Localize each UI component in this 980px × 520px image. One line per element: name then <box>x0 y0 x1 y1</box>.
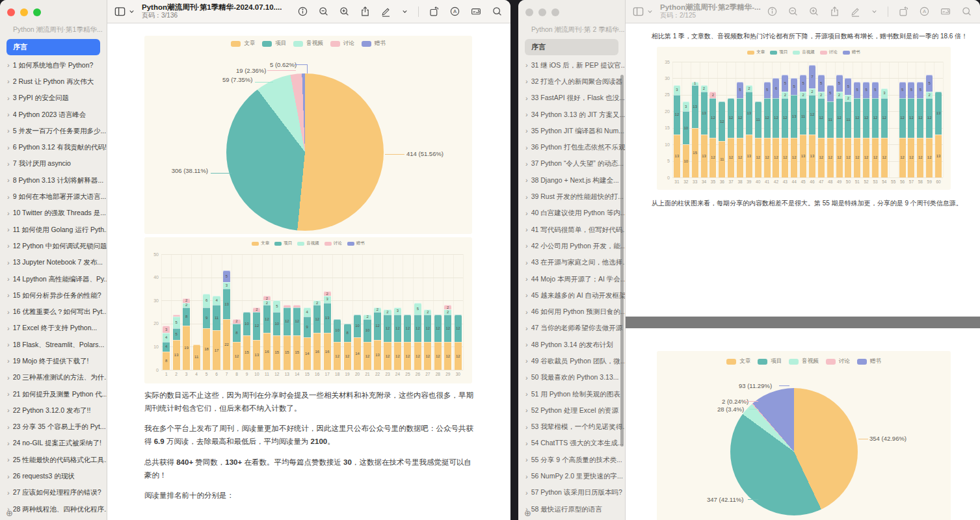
sidebar-item[interactable]: ›22 Python 3.12.0 发布了!! <box>0 402 107 419</box>
sidebar-item[interactable]: ›5 并发一百万个任务要用多少... <box>0 123 107 139</box>
sidebar-item[interactable]: ›26 requests3 的现状 <box>0 468 107 484</box>
sidebar-item[interactable]: ›38 Django + Next.js 构建全... <box>518 172 625 188</box>
sidebar-item[interactable]: ›58 最快运行原型的语言 <box>518 501 625 517</box>
sidebar-item[interactable]: ›21 如何提升及测量 Python 代... <box>0 386 107 402</box>
sidebar-item[interactable]: ›34 Python 3.13 的 JIT 方案又... <box>518 107 625 123</box>
sidebar-item-preface[interactable]: 序言 <box>7 39 100 55</box>
sidebar-item[interactable]: ›20 三种基准测试的方法、为什... <box>0 370 107 386</box>
share-icon[interactable] <box>829 6 840 17</box>
highlight-a-icon[interactable]: A <box>919 6 930 17</box>
bar-segment: 12 <box>908 98 914 138</box>
sidebar-item[interactable]: ›10 Twitter 的强敌 Threads 是... <box>0 205 107 222</box>
sidebar-item[interactable]: ›14 Lpython 高性能编译器、Py... <box>0 271 107 287</box>
rotate-icon[interactable] <box>429 6 440 17</box>
sidebar-options-chevron-icon[interactable] <box>646 8 654 15</box>
zoom-window-button[interactable] <box>551 8 559 16</box>
close-window-button[interactable] <box>525 8 533 16</box>
sidebar-item-preface[interactable]: 序言 <box>525 39 618 55</box>
sidebar-item[interactable]: ›13 Jupyter Notebook 7 发布... <box>0 255 107 271</box>
sidebar-item[interactable]: ›41 写代码很简单，但写好代码... <box>518 222 625 238</box>
zoom-window-button[interactable] <box>33 8 41 16</box>
markup-pencil-icon[interactable] <box>850 6 861 17</box>
signature-icon[interactable] <box>470 6 482 17</box>
sidebar-item[interactable]: ›27 应该如何处理程序的错误? <box>0 485 107 501</box>
sidebar-item[interactable]: ›33 FastAPI 很好，Flask 也没... <box>518 90 625 107</box>
sidebar-scrollbar[interactable] <box>620 75 624 447</box>
sidebar-item[interactable]: ›7 我讨厌用 asyncio <box>0 156 107 172</box>
sidebar-item[interactable]: ›2 Rust 让 Python 再次伟大 <box>0 73 107 90</box>
sidebar-toggle-icon[interactable] <box>114 5 126 18</box>
sidebar-item[interactable]: ›48 Python 3.14 的发布计划 <box>518 337 625 353</box>
zoom-in-icon[interactable] <box>808 6 819 17</box>
sidebar-item[interactable]: ›15 如何分析异步任务的性能? <box>0 287 107 304</box>
sidebar-item[interactable]: ›57 Python 该采用日历版本吗? <box>518 485 625 501</box>
zoom-out-icon[interactable] <box>318 6 329 17</box>
sidebar-item[interactable]: ›17 Excel 终于支持 Python... <box>0 320 107 337</box>
zoom-out-icon[interactable] <box>788 6 799 17</box>
info-icon[interactable] <box>297 6 308 17</box>
search-icon[interactable] <box>492 6 503 17</box>
sidebar-add-button[interactable]: ⊕ <box>524 509 531 517</box>
bar-segment: 12 <box>414 342 421 370</box>
signature-icon[interactable] <box>940 6 951 17</box>
markup-chevron-icon[interactable] <box>871 8 878 15</box>
sidebar-item[interactable]: ›53 我辈楷模，一个约见诺奖得... <box>518 419 625 436</box>
sidebar-item[interactable]: ›23 分享 35 个容易上手的 Pyt... <box>0 419 107 436</box>
pdf-scroll-area-season2[interactable]: 相比第 1 季，文章数、音视频数和热门讨论都有所下降，开源项目数略有增长，赠书数… <box>626 23 980 520</box>
sidebar-item[interactable]: ›44 Mojo 本周开源了；AI 学会... <box>518 271 625 287</box>
sidebar-item[interactable]: ›31 继 iOS 后，新 PEP 提议官... <box>518 57 625 73</box>
sidebar-item[interactable]: ›16 优雅重要么？如何写出 Pyt... <box>0 304 107 320</box>
sidebar-item[interactable]: ›45 越来越多的 AI 自动开发框架 <box>518 287 625 304</box>
sidebar-item[interactable]: ›1 如何系统地自学 Python? <box>0 57 107 73</box>
sidebar-item[interactable]: ›19 Mojo 终于提供下载了! <box>0 353 107 369</box>
sidebar-item[interactable]: ›56 NumPy 2.0 里更快速的字... <box>518 468 625 484</box>
bar-segment: 5 <box>764 82 771 98</box>
sidebar-item[interactable]: ›25 性能最快的代码格式化工具... <box>0 452 107 468</box>
sidebar-item[interactable]: ›40 白宫建议使用 Python 等内... <box>518 205 625 222</box>
sidebar-item[interactable]: ›52 Python 处理 Excel 的资源 <box>518 402 625 419</box>
sidebar-item[interactable]: ›35 Python JIT 编译器和 Num... <box>518 123 625 139</box>
info-icon[interactable] <box>767 6 778 17</box>
y-tick-label: 15 <box>661 125 670 130</box>
sidebar-item[interactable]: ›11 如何使用 Golang 运行 Pyth... <box>0 222 107 238</box>
markup-chevron-icon[interactable] <box>401 8 408 15</box>
sidebar-item[interactable]: ›49 谷歌裁员 Python 团队，微... <box>518 353 625 369</box>
sidebar-item[interactable]: ›46 如何用 Python 预测日食的... <box>518 304 625 320</box>
minimize-window-button[interactable] <box>20 8 28 16</box>
sidebar-item[interactable]: ›36 Python 打包生态依然不乐观 <box>518 139 625 155</box>
highlight-a-icon[interactable]: A <box>449 6 460 17</box>
sidebar-item[interactable]: ›54 ChatTTS 强大的文本生成... <box>518 436 625 452</box>
sidebar-item[interactable]: ›18 Flask、Streamlit、Polars... <box>0 337 107 353</box>
rotate-icon[interactable] <box>898 6 909 17</box>
close-window-button[interactable] <box>7 8 15 16</box>
minimize-window-button[interactable] <box>538 8 546 16</box>
sidebar-item[interactable]: ›28 两种线程池、四种优化程序... <box>0 501 107 517</box>
chevron-right-icon: › <box>7 276 10 283</box>
sidebar-item[interactable]: ›8 Python 3.13 计划将解释器... <box>0 172 107 188</box>
sidebar-item[interactable]: ›37 Python “令人失望” 的动态... <box>518 156 625 172</box>
sidebar-item[interactable]: ›42 小公司用 Python 开发，能... <box>518 238 625 254</box>
share-icon[interactable] <box>360 6 371 17</box>
chevron-right-icon: › <box>7 358 10 365</box>
sidebar-item[interactable]: ›24 no-GIL 提案正式被采纳了! <box>0 436 107 452</box>
sidebar-options-chevron-icon[interactable] <box>128 8 135 15</box>
sidebar-item[interactable]: ›51 用 Python 绘制美观的图表 <box>518 386 625 402</box>
sidebar-item[interactable]: ›47 当你的老师希望你去做开源 <box>518 320 625 337</box>
sidebar-item[interactable]: ›50 我最喜欢的 Python 3.13... <box>518 370 625 386</box>
markup-pencil-icon[interactable] <box>380 6 391 17</box>
sidebar-item[interactable]: ›9 如何在本地部署开源大语言... <box>0 188 107 205</box>
zoom-in-icon[interactable] <box>339 6 350 17</box>
sidebar-item[interactable]: ›4 Python 2023 语言峰会 <box>0 107 107 123</box>
bar-segment: 2 <box>926 92 933 98</box>
sidebar-add-button[interactable]: ⊕ <box>6 509 13 517</box>
sidebar-item[interactable]: ›55 分享 9 个高质量的技术类... <box>518 452 625 468</box>
sidebar-item[interactable]: ›39 Rust 开发的性能超快的打... <box>518 188 625 205</box>
sidebar-item[interactable]: ›3 PyPI 的安全问题 <box>0 90 107 107</box>
sidebar-item[interactable]: ›12 Python 中如何调试死锁问题? <box>0 238 107 254</box>
sidebar-item[interactable]: ›6 Python 3.12 有我贡献的代码! <box>0 139 107 155</box>
sidebar-item[interactable]: ›32 打造个人的新闻聚合阅读器 <box>518 73 625 90</box>
search-icon[interactable] <box>961 6 972 17</box>
sidebar-toggle-icon[interactable] <box>632 5 644 18</box>
sidebar-item[interactable]: ›43 在开源与家庭之间，他选择... <box>518 255 625 271</box>
bar-segment: 5 <box>827 85 834 101</box>
